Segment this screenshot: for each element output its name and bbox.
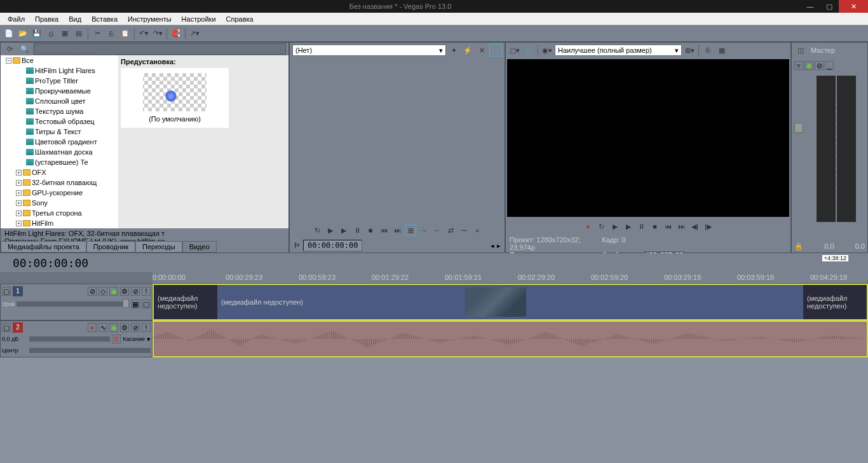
- menu-tools[interactable]: Инструменты: [123, 14, 177, 24]
- more-icon[interactable]: »: [471, 225, 483, 236]
- tree-item-legacy[interactable]: (устаревшее) Те: [1, 157, 118, 167]
- trimmer-timecode[interactable]: 00:00:00:00: [303, 240, 362, 251]
- mute-icon[interactable]: ⊘: [815, 61, 824, 70]
- tool-icon[interactable]: ↗▾: [188, 27, 201, 40]
- track-minimize-icon[interactable]: ▢: [2, 287, 11, 296]
- play-start-icon[interactable]: ▶: [609, 221, 621, 232]
- step-fwd-icon[interactable]: |▶: [703, 221, 714, 232]
- preset-thumbnail[interactable]: (По умолчанию): [121, 68, 229, 128]
- audio-track-header[interactable]: ▢ 2 ● ∿ ◆ ⚙ ⊘ ! 0,0 дБ ⚙ Касание ▾: [0, 321, 153, 357]
- tree-item-checker[interactable]: Шахматная доска: [1, 147, 118, 157]
- copy-frame-icon[interactable]: ⎘: [702, 44, 714, 57]
- tree-root[interactable]: −Все: [1, 55, 118, 66]
- tab-transitions[interactable]: Переходы: [135, 241, 182, 252]
- tree-folder-gpu[interactable]: +GPU-ускорение: [1, 188, 118, 198]
- tree-item-test[interactable]: Тестовый образец: [1, 116, 118, 127]
- preview-viewport[interactable]: [507, 59, 789, 217]
- cursor-timecode[interactable]: 00:00:00:00: [0, 256, 101, 270]
- fader-handle[interactable]: [794, 123, 803, 133]
- pan-label[interactable]: Центр: [2, 347, 27, 354]
- properties-icon[interactable]: ▦: [58, 27, 71, 40]
- video-clip-1[interactable]: (медиафайл недоступен): [154, 285, 217, 319]
- search-icon[interactable]: 🔍: [18, 43, 31, 55]
- video-clip-2[interactable]: (медиафайл недоступен): [217, 285, 803, 319]
- minimize-button[interactable]: —: [801, 0, 820, 13]
- play-start-icon[interactable]: ▶: [325, 225, 336, 236]
- arrow-right-icon[interactable]: →: [418, 225, 430, 236]
- add-icon[interactable]: ⊞: [405, 225, 416, 236]
- volume-slider[interactable]: [29, 336, 110, 342]
- cut-icon[interactable]: ✂: [91, 27, 104, 40]
- go-start-icon[interactable]: ⏮: [663, 221, 674, 232]
- lock-icon[interactable]: 🔒: [794, 242, 803, 252]
- expand-icon[interactable]: +: [16, 190, 22, 196]
- refresh-icon[interactable]: ⟳: [3, 43, 16, 55]
- external-icon[interactable]: ▢: [489, 44, 502, 57]
- tree-item-protype[interactable]: ProType Titler: [1, 76, 118, 86]
- chevron-down-icon[interactable]: ▾: [147, 335, 151, 343]
- undo-icon[interactable]: ↶▾: [137, 27, 150, 40]
- tree-folder-float[interactable]: +32-битная плавающ: [1, 177, 118, 188]
- close-button[interactable]: ✕: [839, 0, 868, 13]
- menu-edit[interactable]: Правка: [30, 14, 64, 24]
- marker-right-icon[interactable]: ▸: [497, 242, 501, 250]
- tree-folder-hitfilm[interactable]: +HitFilm: [1, 218, 118, 228]
- maximize-button[interactable]: ▢: [820, 0, 839, 13]
- new-icon[interactable]: 📄: [3, 27, 15, 40]
- tree-folder-sony[interactable]: +Sony: [1, 198, 118, 208]
- redo-icon[interactable]: ↷▾: [151, 27, 164, 40]
- paste-icon[interactable]: 📋: [119, 27, 132, 40]
- tree-folder-third[interactable]: +Третья сторона: [1, 208, 118, 218]
- menu-file[interactable]: Файл: [3, 14, 30, 24]
- mute-icon[interactable]: ⊘: [131, 287, 140, 296]
- parent-icon[interactable]: ▢: [142, 300, 151, 308]
- fx-chain-icon[interactable]: ◆: [804, 61, 813, 70]
- overwrite-icon[interactable]: ⥊: [458, 225, 470, 236]
- copy-icon[interactable]: ⎘: [105, 27, 118, 40]
- fx-icon[interactable]: ◆: [109, 323, 118, 332]
- expand-icon[interactable]: +: [16, 211, 22, 216]
- flash-icon[interactable]: ⚡: [461, 44, 474, 57]
- close-icon[interactable]: ✕: [475, 44, 488, 57]
- prev-icon[interactable]: ⏮: [378, 225, 390, 236]
- tree-item-gradient[interactable]: Цветовой градиент: [1, 137, 118, 147]
- track-minimize-icon[interactable]: ▢: [2, 323, 11, 332]
- bypass-fx-icon[interactable]: ⊘: [88, 287, 97, 296]
- tree-item-hitfilm[interactable]: HitFilm Light Flares: [1, 66, 118, 76]
- collapse-icon[interactable]: −: [6, 58, 11, 64]
- expand-icon[interactable]: +: [16, 180, 22, 186]
- track-lanes[interactable]: (медиафайл недоступен) (медиафайл недост…: [153, 284, 868, 357]
- gain-value[interactable]: 0,0 дБ: [2, 336, 27, 342]
- loop-icon[interactable]: ↻: [596, 221, 607, 232]
- arrows-icon[interactable]: ⇄: [445, 225, 456, 236]
- automate-icon[interactable]: ⚙: [120, 323, 129, 332]
- fx-icon[interactable]: ◆: [109, 287, 118, 296]
- motion-icon[interactable]: ◇: [98, 287, 107, 296]
- wand-icon[interactable]: ✦: [447, 44, 460, 57]
- preview-quality-dropdown[interactable]: Наилучшее (полный размер)▾: [555, 45, 682, 56]
- pause-icon[interactable]: ⏸: [636, 221, 648, 232]
- render-icon[interactable]: ⎙: [44, 27, 57, 40]
- invert-icon[interactable]: ∿: [98, 323, 107, 332]
- tree-item-titles[interactable]: Титры & Текст: [1, 127, 118, 137]
- expand-icon[interactable]: +: [16, 170, 22, 176]
- plugin-search-input[interactable]: [34, 43, 286, 55]
- preview-device-icon[interactable]: ▢: [522, 44, 535, 57]
- trimmer-source-dropdown[interactable]: (Нет)▾: [292, 45, 446, 56]
- tree-item-noise[interactable]: Текстура шума: [1, 106, 118, 116]
- snap-icon[interactable]: 🧲: [170, 27, 182, 40]
- next-icon[interactable]: ⏭: [391, 225, 403, 236]
- marker-icon[interactable]: 🏳: [294, 242, 301, 249]
- preview-ext-icon[interactable]: ▢▾: [508, 44, 521, 57]
- save-frame-icon[interactable]: ▦: [715, 44, 728, 57]
- trimmer-viewport[interactable]: [291, 59, 503, 221]
- fader-control[interactable]: [794, 76, 803, 240]
- dim-icon[interactable]: ⎯: [825, 61, 834, 70]
- plugin-tree[interactable]: −Все HitFilm Light Flares ProType Titler…: [1, 55, 118, 228]
- tree-item-solid[interactable]: Сплошной цвет: [1, 96, 118, 106]
- solo-icon[interactable]: !: [142, 323, 151, 332]
- arm-record-icon[interactable]: ●: [88, 323, 97, 332]
- pause-icon[interactable]: ⏸: [351, 225, 363, 236]
- grid-icon[interactable]: ⊞▾: [683, 44, 696, 57]
- fx-icon[interactable]: ◉▾: [541, 44, 553, 57]
